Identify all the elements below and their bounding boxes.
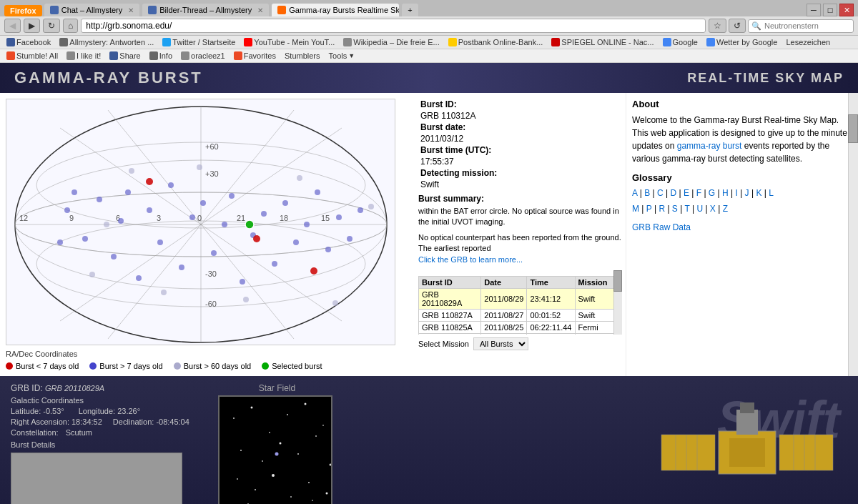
close-btn[interactable]: ✕ <box>839 4 854 16</box>
gloss-b[interactable]: B <box>644 188 650 198</box>
gloss-a[interactable]: A <box>632 188 637 198</box>
stumble-icon <box>6 51 15 60</box>
refresh-button[interactable]: ↻ <box>43 19 60 33</box>
search-icon: 🔍 <box>751 21 761 31</box>
gloss-k[interactable]: K <box>756 188 761 198</box>
svg-point-32 <box>282 200 288 206</box>
gloss-t[interactable]: T <box>684 204 689 214</box>
burst-time-label: Burst time (UTC): <box>418 144 499 156</box>
tab-close-bilder[interactable]: ✕ <box>257 6 263 14</box>
bk-youtube[interactable]: YouTube - Mein YouT... <box>242 37 337 47</box>
bk-twitter[interactable]: Twitter / Startseite <box>160 37 237 47</box>
gloss-p[interactable]: P <box>646 204 652 214</box>
bk-stumble[interactable]: Stumble! All <box>4 51 60 61</box>
about-title: About <box>632 99 852 109</box>
burst-date-value-row: 2011/03/12 <box>418 133 499 144</box>
address-bar[interactable] <box>81 19 706 33</box>
gloss-d[interactable]: D <box>670 188 676 198</box>
bookmarks-row1: Facebook Allmystery: Antworten ... Twitt… <box>0 36 858 49</box>
legend-dot-blue <box>89 362 97 370</box>
page-scrollbar[interactable] <box>848 93 858 376</box>
gloss-r[interactable]: R <box>659 204 665 214</box>
bk-spiegel[interactable]: SPIEGEL ONLINE - Nac... <box>549 37 656 47</box>
lat-label-neg30: -30 <box>205 270 217 278</box>
table-scrollbar[interactable] <box>613 270 622 335</box>
table-scroll-thumb[interactable] <box>613 270 622 292</box>
bk-google[interactable]: Google <box>661 37 700 47</box>
svg-point-58 <box>287 414 288 415</box>
bk-wikipedia[interactable]: Wikipedia – Die freie E... <box>341 37 441 47</box>
click-more-link[interactable]: Click the GRB to learn more... <box>418 255 523 264</box>
raw-data-link[interactable]: GRB Raw Data <box>632 222 852 232</box>
tab-chat[interactable]: Chat – Allmystery ✕ <box>44 3 141 16</box>
gloss-h[interactable]: H <box>722 188 729 198</box>
about-gamma-link[interactable]: gamma-ray burst <box>677 141 742 151</box>
bk-tools[interactable]: Tools ▼ <box>327 51 358 61</box>
gloss-j[interactable]: J <box>745 188 749 198</box>
bk-favorites-label: Favorites <box>244 51 276 60</box>
svg-point-21 <box>168 182 174 188</box>
gloss-u[interactable]: U <box>696 204 703 214</box>
star-button[interactable]: ☆ <box>709 19 726 33</box>
gloss-i[interactable]: I <box>735 188 737 198</box>
gloss-g[interactable]: G <box>709 188 715 198</box>
forward-button[interactable]: ▶ <box>24 19 40 33</box>
tab-new[interactable]: + <box>401 3 418 16</box>
search-input[interactable] <box>764 21 850 30</box>
svg-point-65 <box>315 435 317 437</box>
bk-lesezeichen-label: Lesezeichen <box>786 38 830 46</box>
ra-dec-row: Right Ascension: 18:34:52 Declination: -… <box>11 417 211 426</box>
firefox-button[interactable]: Firefox <box>4 5 42 16</box>
bk-info-label: Info <box>159 51 172 60</box>
bk-wetter[interactable]: Wetter by Google <box>704 37 779 47</box>
tab-grb[interactable]: Gamma-ray Bursts Realtime Sky Map... ✕ <box>271 3 400 16</box>
gloss-z[interactable]: Z <box>723 204 728 214</box>
svg-point-75 <box>312 500 313 501</box>
tools-dropdown-icon: ▼ <box>348 52 355 59</box>
gloss-f[interactable]: F <box>696 188 701 198</box>
bk-info[interactable]: Info <box>147 51 174 61</box>
bk-allmystery[interactable]: Allmystery: Antworten ... <box>57 37 156 47</box>
svg-point-63 <box>280 443 282 445</box>
bk-share[interactable]: Share <box>107 51 142 61</box>
gloss-x[interactable]: X <box>710 204 716 214</box>
search-box[interactable]: 🔍 <box>748 19 854 33</box>
legend-item-7days-plus: Burst > 7 days old <box>89 362 162 370</box>
table-row[interactable]: GRB 110827A 2011/08/27 00:01:52 Swift <box>419 309 622 321</box>
gloss-s[interactable]: S <box>672 204 678 214</box>
bk-postbank-label: Postbank Online-Bank... <box>458 38 543 46</box>
table-row[interactable]: GRB 110820B 2011/08/20 21:27:48 Konus-Wi… <box>419 333 622 335</box>
home-button[interactable]: ⌂ <box>63 19 78 33</box>
gloss-e[interactable]: E <box>684 188 689 198</box>
browser-chrome: Firefox Chat – Allmystery ✕ Bilder-Threa… <box>0 0 858 63</box>
galactic-label: Galactic Coordinates <box>11 396 211 405</box>
back-button[interactable]: ◀ <box>4 19 21 33</box>
tab-bilder[interactable]: Bilder-Thread – Allmystery ✕ <box>142 3 270 16</box>
table-row[interactable]: GRB 20110829A 2011/08/29 23:41:12 Swift <box>419 288 622 309</box>
bk-wikipedia-label: Wikipedia – Die freie E... <box>353 38 439 46</box>
bk-stumblers[interactable]: Stumblers <box>282 51 322 61</box>
reload-button[interactable]: ↺ <box>729 19 746 33</box>
maximize-btn[interactable]: □ <box>823 4 837 16</box>
grb-detail-id-row: GRB ID: GRB 20110829A <box>11 383 211 393</box>
gloss-m[interactable]: M <box>632 204 639 214</box>
bk-facebook[interactable]: Facebook <box>4 37 53 47</box>
tab-close-chat[interactable]: ✕ <box>128 6 134 14</box>
ra-21: 21 <box>237 214 245 222</box>
bk-postbank[interactable]: Postbank Online-Bank... <box>446 37 546 47</box>
burst-mission-label: Detecting mission: <box>418 167 499 179</box>
page-scroll-thumb[interactable] <box>848 114 858 143</box>
minimize-btn[interactable]: ─ <box>807 4 821 16</box>
mission-dropdown[interactable]: All Bursts Swift Fermi Integral <box>473 337 528 350</box>
bk-ilike[interactable]: I like it! <box>64 51 103 61</box>
bk-lesezeichen[interactable]: Lesezeichen <box>784 37 832 47</box>
dec-field: Declination: -08:45:04 <box>113 417 189 426</box>
tabs-row: Firefox Chat – Allmystery ✕ Bilder-Threa… <box>0 0 858 16</box>
bk-oracle[interactable]: oracleez1 <box>179 51 227 61</box>
grb-table[interactable]: Burst ID Date Time Mission GRB 20110829A… <box>418 276 622 335</box>
bk-favorites[interactable]: Favorites <box>232 51 278 61</box>
table-row[interactable]: GRB 110825A 2011/08/25 06:22:11.44 Fermi <box>419 321 622 333</box>
gloss-l[interactable]: L <box>769 188 774 198</box>
row3-time: 06:22:11.44 <box>527 321 575 333</box>
gloss-c[interactable]: C <box>657 188 664 198</box>
